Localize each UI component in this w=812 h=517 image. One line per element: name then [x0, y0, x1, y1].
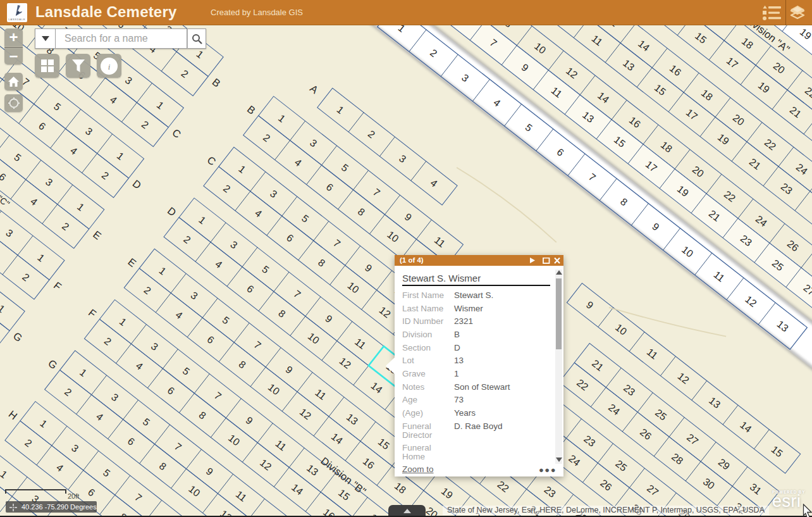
svg-text:i: i: [108, 61, 111, 71]
svg-text:LANSDALE: LANSDALE: [9, 18, 26, 21]
